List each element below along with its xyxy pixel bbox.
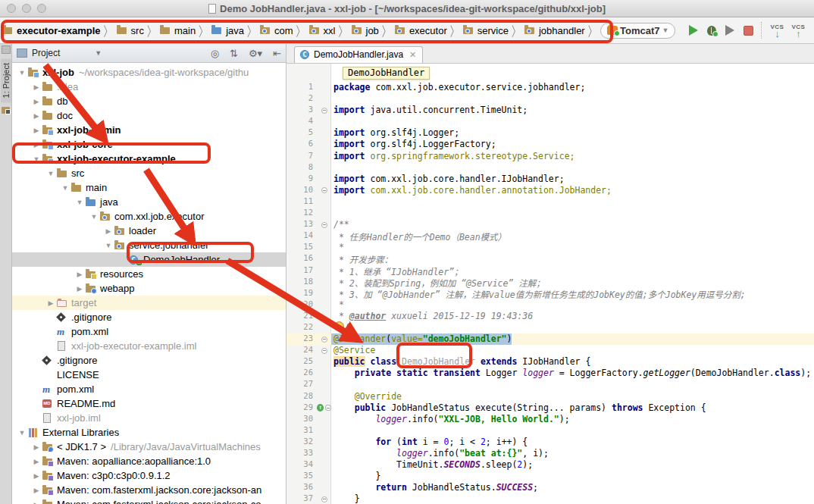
tree-item-readme-md[interactable]: MDREADME.md (12, 396, 286, 411)
tree-item-maven-com-fasterxml-jackson-core-jackson-co[interactable]: ▶Maven: com.fasterxml.jackson.core:jacks… (12, 497, 286, 504)
tree-toggle-icon[interactable]: ▼ (17, 429, 27, 437)
jdk-folder-icon (42, 442, 54, 452)
tab-demojobhandler[interactable]: C DemoJobHandler.java ✕ (294, 46, 423, 63)
fold-marker-icon[interactable] (321, 187, 327, 193)
tree-toggle-icon[interactable]: ▼ (45, 170, 56, 177)
tree-item-xxl-job-iml[interactable]: xxl-job.iml (12, 411, 286, 425)
fold-marker-icon[interactable] (321, 222, 327, 228)
tree-toggle-icon[interactable]: ▶ (103, 227, 114, 235)
debug-button[interactable] (703, 21, 721, 39)
navigation-toolbar: executor-example〉src〉main〉java〉com〉xxl〉j… (0, 17, 814, 44)
tree-item-src[interactable]: ▼src (12, 166, 286, 180)
vcs-update-button[interactable]: VCS ↓ (766, 23, 787, 37)
source-folder-icon (211, 25, 223, 36)
tree-toggle-icon[interactable]: ▼ (31, 155, 42, 163)
fold-marker-icon[interactable] (321, 337, 327, 343)
tree-item-loader[interactable]: ▶loader (12, 224, 286, 238)
tree-item-demojobhandler[interactable]: CDemoJobHandler (12, 252, 286, 267)
breadcrumb-item-executor-example[interactable]: executor-example (2, 25, 101, 36)
breadcrumb-item-com[interactable]: com (259, 25, 293, 36)
fold-marker-icon[interactable] (321, 348, 327, 354)
code-editor[interactable]: DemoJobHandler 1package com.xxl.job.exec… (286, 64, 814, 504)
vcs-commit-button[interactable]: VCS ↑ (787, 23, 809, 37)
override-method-icon[interactable]: ↑ (317, 404, 324, 412)
run-button[interactable] (684, 21, 703, 39)
tree-item--gitignore[interactable]: .gitignore (12, 310, 286, 324)
tree-toggle-icon[interactable]: ▼ (103, 242, 114, 249)
tree-toggle-icon[interactable]: ▶ (31, 98, 42, 105)
breadcrumb-item-job[interactable]: job (351, 25, 379, 36)
tree-item-xxl-job[interactable]: ▼xxl-job ~/workspaces/idea-git-workspace… (12, 65, 286, 80)
zoom-window-icon[interactable] (37, 4, 46, 13)
code-line-12: 12 (286, 208, 814, 219)
tree-toggle-icon[interactable]: ▶ (31, 472, 42, 480)
tree-toggle-icon[interactable]: ▶ (31, 127, 42, 134)
run-configuration-select[interactable]: Tomcat7 ▼ (600, 23, 675, 39)
tree-toggle-icon[interactable]: ▶ (45, 299, 56, 307)
tree-item-target[interactable]: ▶target (12, 296, 286, 310)
fold-marker-icon[interactable] (325, 405, 331, 411)
tree-toggle-icon[interactable]: ▼ (17, 69, 27, 77)
tree-item-service-jobhandler[interactable]: ▼service.jobhandler (12, 238, 286, 252)
chevron-down-icon[interactable]: ▼ (95, 49, 102, 57)
coverage-button[interactable] (721, 21, 739, 39)
tree-toggle-icon[interactable]: ▶ (31, 501, 42, 504)
tree-item-resources[interactable]: ▶resources (12, 267, 286, 281)
tree-item-main[interactable]: ▼main (12, 180, 286, 195)
tree-toggle-icon[interactable]: ▶ (31, 83, 42, 91)
tree-toggle-icon[interactable]: ▶ (31, 487, 42, 494)
editor-area[interactable]: C DemoJobHandler.java ✕ DemoJobHandler 1… (286, 44, 814, 504)
tree-item-maven-c3p0-c3p0-0-9-1-2[interactable]: ▶Maven: c3p0:c3p0:0.9.1.2 (12, 468, 286, 483)
tree-item-label: Maven: aopalliance:aopalliance:1.0 (57, 455, 211, 467)
tree-toggle-icon[interactable]: ▶ (31, 141, 42, 149)
tree-item-doc[interactable]: ▶doc (12, 108, 286, 123)
breadcrumb-item-jobhandler[interactable]: jobhandler (524, 25, 585, 36)
tree-item--gitignore[interactable]: .gitignore (12, 353, 286, 368)
intention-bulb-icon[interactable] (334, 321, 344, 331)
breadcrumb-item-java[interactable]: java (211, 25, 244, 36)
tree-item-webapp[interactable]: ▶webapp (12, 281, 286, 296)
tree-item-license[interactable]: LICENSE (12, 368, 286, 382)
tree-toggle-icon[interactable]: ▶ (74, 271, 85, 278)
tree-item-xxl-job-core[interactable]: ▶xxl-job-core (12, 137, 286, 152)
tree-toggle-icon[interactable]: ▼ (74, 199, 85, 206)
close-window-icon[interactable] (7, 4, 16, 13)
tree-item-pom-xml[interactable]: mpom.xml (12, 382, 286, 396)
settings-gear-icon[interactable]: ⚙▾ (249, 48, 262, 59)
tree-item-xxl-job-executor-example[interactable]: ▼xxl-job-executor-example (12, 152, 286, 166)
stop-icon (744, 26, 753, 36)
tree-item-maven-com-fasterxml-jackson-core-jackson-an[interactable]: ▶Maven: com.fasterxml.jackson.core:jacks… (12, 483, 286, 497)
breadcrumb-item-service[interactable]: service (462, 25, 509, 36)
tree-item-pom-xml[interactable]: mpom.xml (12, 324, 286, 339)
line-number: 5 (286, 127, 317, 139)
code-text: import com.xxl.job.core.handler.IJobHand… (331, 174, 565, 185)
tree-item-db[interactable]: ▶db (12, 94, 286, 108)
tree-item--idea[interactable]: ▶.idea (12, 80, 286, 94)
tree-item-xxl-job-admin[interactable]: ▶xxl-job-admin (12, 123, 286, 137)
tree-toggle-icon[interactable]: ▼ (89, 213, 99, 221)
tree-toggle-icon[interactable]: ▼ (60, 184, 70, 192)
tree-item--jdk1-7-[interactable]: ▶< JDK1.7 > /Library/Java/JavaVirtualMac… (12, 440, 286, 454)
sidebar-item-project[interactable]: 1: Project (1, 58, 11, 102)
minimize-window-icon[interactable] (22, 4, 31, 13)
collapse-all-button[interactable]: ⇅ (230, 48, 238, 59)
tree-item-xxl-job-executor-example-iml[interactable]: xxl-job-executor-example.iml (12, 339, 286, 353)
locate-file-button[interactable]: ◎ (211, 48, 219, 59)
tree-item-java[interactable]: ▼java (12, 195, 286, 209)
breadcrumb-item-src[interactable]: src (116, 25, 144, 36)
fold-marker-icon[interactable] (321, 496, 327, 502)
tree-toggle-icon[interactable]: ▶ (74, 285, 85, 293)
close-tab-icon[interactable]: ✕ (409, 50, 416, 60)
breadcrumb-item-main[interactable]: main (159, 25, 196, 36)
tree-item-external-libraries[interactable]: ▼External Libraries (12, 425, 286, 440)
tree-toggle-icon[interactable]: ▶ (31, 112, 42, 120)
stop-button[interactable] (739, 21, 757, 39)
tree-item-com-xxl-job-executor[interactable]: ▼com.xxl.job.executor (12, 209, 286, 224)
tree-toggle-icon[interactable]: ▶ (31, 458, 42, 465)
hide-panel-button[interactable]: ⇤ (273, 48, 281, 59)
breadcrumb-item-executor[interactable]: executor (394, 25, 447, 36)
breadcrumb-item-xxl[interactable]: xxl (308, 25, 336, 36)
tree-item-maven-aopalliance-aopalliance-1-0[interactable]: ▶Maven: aopalliance:aopalliance:1.0 (12, 454, 286, 468)
tree-toggle-icon[interactable]: ▶ (31, 443, 42, 451)
fold-marker-icon[interactable] (321, 108, 327, 114)
